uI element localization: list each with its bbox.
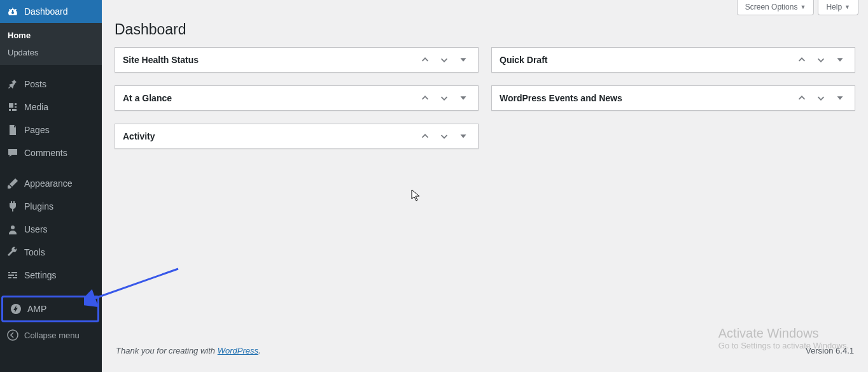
footer-thanks: Thank you for creating with WordPress. xyxy=(116,346,261,355)
sidebar-item-posts[interactable]: Posts xyxy=(0,73,102,96)
move-up-button[interactable] xyxy=(418,129,432,143)
toggle-button[interactable] xyxy=(456,91,470,105)
wordpress-link[interactable]: WordPress xyxy=(218,346,258,355)
collapse-icon xyxy=(6,329,19,341)
sidebar-subitem-home[interactable]: Home xyxy=(0,27,102,44)
widget-title: Site Health Status xyxy=(123,55,199,65)
sidebar-item-label: Appearance xyxy=(24,178,73,189)
sidebar-item-users[interactable]: Users xyxy=(0,218,102,241)
move-down-button[interactable] xyxy=(437,53,451,67)
comments-icon xyxy=(6,147,19,159)
sidebar-item-amp[interactable]: AMP xyxy=(3,297,97,320)
move-down-button[interactable] xyxy=(814,53,828,67)
widget-at-a-glance: At a Glance xyxy=(115,85,479,111)
move-up-button[interactable] xyxy=(795,53,809,67)
sidebar-item-label: Settings xyxy=(24,270,57,280)
sidebar-item-settings[interactable]: Settings xyxy=(0,264,102,287)
admin-sidebar: Dashboard Home Updates Posts Media Pages xyxy=(0,0,102,372)
collapse-label: Collapse menu xyxy=(24,331,80,340)
sliders-icon xyxy=(6,269,19,282)
sidebar-item-label: Media xyxy=(24,102,48,112)
toggle-button[interactable] xyxy=(456,53,470,67)
move-down-button[interactable] xyxy=(814,91,828,105)
media-icon xyxy=(6,101,19,113)
widget-title: WordPress Events and News xyxy=(500,93,622,103)
sidebar-item-label: Tools xyxy=(24,247,45,257)
sidebar-item-label: AMP xyxy=(27,304,46,314)
pin-icon xyxy=(6,78,19,90)
page-icon xyxy=(6,124,19,136)
sidebar-item-comments[interactable]: Comments xyxy=(0,141,102,164)
widget-events-news: WordPress Events and News xyxy=(491,85,855,111)
sidebar-item-label: Posts xyxy=(24,79,46,89)
screen-options-button[interactable]: Screen Options ▼ xyxy=(737,0,815,15)
sidebar-item-label: Comments xyxy=(24,148,67,158)
toggle-button[interactable] xyxy=(833,53,847,67)
sidebar-subitem-updates[interactable]: Updates xyxy=(0,44,102,61)
chevron-down-icon: ▼ xyxy=(844,4,850,10)
amp-icon xyxy=(10,303,22,315)
dashboard-widgets: Site Health Status At a Glance xyxy=(115,47,855,149)
sidebar-item-media[interactable]: Media xyxy=(0,96,102,118)
widget-title: Quick Draft xyxy=(500,55,547,65)
brush-icon xyxy=(6,177,19,190)
page-title: Dashboard xyxy=(115,15,855,47)
collapse-menu-button[interactable]: Collapse menu xyxy=(0,324,102,347)
plugin-icon xyxy=(6,200,19,213)
help-button[interactable]: Help ▼ xyxy=(818,0,858,15)
sidebar-submenu-dashboard: Home Updates xyxy=(0,23,102,65)
amp-highlight-box: AMP xyxy=(1,296,99,322)
user-icon xyxy=(6,223,19,236)
wrench-icon xyxy=(6,246,19,259)
widget-activity: Activity xyxy=(115,124,479,149)
sidebar-item-label: Plugins xyxy=(24,201,53,211)
move-down-button[interactable] xyxy=(437,91,451,105)
sidebar-item-label: Dashboard xyxy=(24,6,68,17)
widget-title: Activity xyxy=(123,131,155,141)
widget-quick-draft: Quick Draft xyxy=(491,47,855,73)
widget-title: At a Glance xyxy=(123,93,172,103)
widget-site-health: Site Health Status xyxy=(115,47,479,73)
dashboard-icon xyxy=(6,5,19,18)
sidebar-item-label: Users xyxy=(24,224,48,234)
sidebar-item-plugins[interactable]: Plugins xyxy=(0,195,102,218)
sidebar-item-appearance[interactable]: Appearance xyxy=(0,172,102,195)
sidebar-item-pages[interactable]: Pages xyxy=(0,118,102,141)
sidebar-item-dashboard[interactable]: Dashboard xyxy=(0,0,102,23)
screen-meta-links: Screen Options ▼ Help ▼ xyxy=(115,0,858,15)
chevron-down-icon: ▼ xyxy=(800,4,806,10)
move-up-button[interactable] xyxy=(795,91,809,105)
move-up-button[interactable] xyxy=(418,91,432,105)
toggle-button[interactable] xyxy=(833,91,847,105)
windows-watermark: Activate Windows Go to Settings to activ… xyxy=(718,326,849,350)
sidebar-item-label: Pages xyxy=(24,125,50,135)
sidebar-item-tools[interactable]: Tools xyxy=(0,241,102,264)
move-down-button[interactable] xyxy=(437,129,451,143)
move-up-button[interactable] xyxy=(418,53,432,67)
main-content: Screen Options ▼ Help ▼ Dashboard Site H… xyxy=(102,0,868,372)
toggle-button[interactable] xyxy=(456,129,470,143)
svg-point-1 xyxy=(8,330,18,340)
